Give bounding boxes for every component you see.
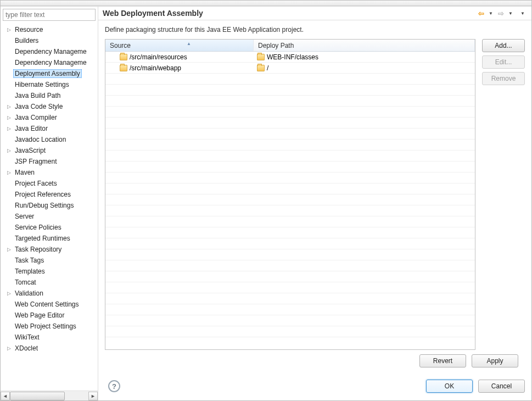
table-row[interactable]: /src/main/webapp/ <box>105 63 475 74</box>
sidebar-horizontal-scrollbar[interactable]: ◄ ► <box>1 391 98 400</box>
cancel-button[interactable]: Cancel <box>478 380 525 393</box>
page-description: Define packaging structure for this Java… <box>105 26 525 34</box>
sidebar-item[interactable]: Task Tags <box>3 255 98 266</box>
sidebar-item[interactable]: Web Content Settings <box>3 299 98 310</box>
column-deploy[interactable]: Deploy Path <box>254 40 475 51</box>
table-row[interactable]: /src/main/resourcesWEB-INF/classes <box>105 52 475 63</box>
sidebar-item[interactable]: ▷JavaScript <box>3 145 98 156</box>
sidebar-item[interactable]: JSP Fragment <box>3 156 98 167</box>
table-row-empty[interactable] <box>105 151 475 161</box>
chevron-right-icon[interactable]: ▷ <box>5 344 13 352</box>
sidebar-item[interactable]: Tomcat <box>3 277 98 288</box>
sidebar-item-label: Targeted Runtimes <box>13 234 72 243</box>
table-row-empty[interactable] <box>105 205 475 216</box>
table-row-empty[interactable] <box>105 216 475 227</box>
chevron-right-icon[interactable]: ▷ <box>5 246 13 253</box>
column-source[interactable]: Source ▲ <box>105 40 254 51</box>
sidebar-item[interactable]: Web Project Settings <box>3 321 98 332</box>
table-row-empty[interactable] <box>105 315 475 326</box>
sidebar-item[interactable]: Dependency Manageme <box>3 57 98 68</box>
table-row-empty[interactable] <box>105 96 475 107</box>
chevron-right-icon[interactable]: ▷ <box>5 289 13 297</box>
sidebar-item[interactable]: Run/Debug Settings <box>3 200 98 211</box>
table-row-empty[interactable] <box>105 172 475 183</box>
scroll-track[interactable] <box>10 392 88 400</box>
folder-icon <box>120 54 127 60</box>
table-header: Source ▲ Deploy Path <box>105 40 475 52</box>
table-row-empty[interactable] <box>105 260 475 271</box>
back-arrow-icon[interactable]: ⇦ <box>477 9 485 18</box>
table-row-empty[interactable] <box>105 227 475 238</box>
back-dropdown-icon[interactable]: ▼ <box>486 9 495 18</box>
sidebar-item[interactable]: WikiText <box>3 332 98 343</box>
sidebar-item[interactable]: Builders <box>3 35 98 46</box>
forward-dropdown-icon[interactable]: ▼ <box>506 9 515 18</box>
sidebar-item[interactable]: ▷Resource <box>3 24 98 35</box>
sidebar-item-label: XDoclet <box>13 344 40 353</box>
sidebar-item[interactable]: Javadoc Location <box>3 134 98 145</box>
chevron-right-icon[interactable]: ▷ <box>5 147 13 154</box>
sidebar-item-label: Run/Debug Settings <box>13 201 75 210</box>
ok-cancel-group: OK Cancel <box>426 380 525 393</box>
sidebar-item[interactable]: ▷XDoclet <box>3 343 98 354</box>
table-row-empty[interactable] <box>105 326 475 337</box>
scroll-thumb[interactable] <box>10 392 65 400</box>
table-row-empty[interactable] <box>105 249 475 260</box>
chevron-right-icon[interactable]: ▷ <box>5 125 13 132</box>
chevron-right-icon[interactable]: ▷ <box>5 169 13 176</box>
sidebar-item[interactable]: ▷Validation <box>3 288 98 299</box>
sidebar-item[interactable]: ▷Java Code Style <box>3 101 98 112</box>
sidebar-item[interactable]: Templates <box>3 266 98 277</box>
sidebar-item[interactable]: ▷Maven <box>3 167 98 178</box>
revert-button[interactable]: Revert <box>419 354 466 367</box>
sidebar-item[interactable]: Project References <box>3 189 98 200</box>
table-row-empty[interactable] <box>105 107 475 118</box>
sidebar-item[interactable]: ▷Task Repository <box>3 244 98 255</box>
filter-input[interactable] <box>3 9 96 21</box>
table-row-empty[interactable] <box>105 140 475 151</box>
help-icon[interactable]: ? <box>108 380 120 392</box>
sidebar-item[interactable]: Project Facets <box>3 178 98 189</box>
chevron-right-icon[interactable]: ▷ <box>5 114 13 121</box>
menu-dropdown-icon[interactable]: ▼ <box>518 9 527 18</box>
table-row-empty[interactable] <box>105 293 475 304</box>
revert-apply-row: Revert Apply <box>105 350 525 370</box>
table-row-empty[interactable] <box>105 74 475 85</box>
sidebar-item[interactable]: Web Page Editor <box>3 310 98 321</box>
content-header: Web Deployment Assembly ⇦ ▼ ⇨ ▼ ▼ <box>98 7 531 20</box>
forward-arrow-icon[interactable]: ⇨ <box>496 9 505 18</box>
table-row-empty[interactable] <box>105 183 475 194</box>
sidebar-item-label: Javadoc Location <box>13 135 68 144</box>
cell-source-text: /src/main/webapp <box>130 64 181 72</box>
scroll-left-arrow-icon[interactable]: ◄ <box>1 392 10 400</box>
table-row-empty[interactable] <box>105 161 475 172</box>
sidebar-item[interactable]: Server <box>3 211 98 222</box>
sidebar-item-label: Dependency Manageme <box>13 47 88 56</box>
sidebar-tree: ▷ResourceBuildersDependency ManagemeDepe… <box>1 23 98 391</box>
sidebar-item[interactable]: Targeted Runtimes <box>3 233 98 244</box>
sidebar-item[interactable]: Dependency Manageme <box>3 46 98 57</box>
column-deploy-label: Deploy Path <box>258 42 294 49</box>
table-row-empty[interactable] <box>105 271 475 282</box>
sort-ascending-icon: ▲ <box>187 41 191 46</box>
table-row-empty[interactable] <box>105 238 475 249</box>
table-row-empty[interactable] <box>105 85 475 96</box>
scroll-right-arrow-icon[interactable]: ► <box>88 392 98 400</box>
table-row-empty[interactable] <box>105 129 475 140</box>
sidebar-item[interactable]: Hibernate Settings <box>3 79 98 90</box>
sidebar-item[interactable]: Deployment Assembly <box>3 68 98 79</box>
table-row-empty[interactable] <box>105 282 475 293</box>
add-button[interactable]: Add... <box>482 39 525 52</box>
sidebar-item[interactable]: Service Policies <box>3 222 98 233</box>
chevron-right-icon[interactable]: ▷ <box>5 26 13 34</box>
table-row-empty[interactable] <box>105 118 475 129</box>
sidebar-item[interactable]: ▷Java Editor <box>3 123 98 134</box>
chevron-right-icon[interactable]: ▷ <box>5 103 13 110</box>
sidebar-item[interactable]: ▷Java Compiler <box>3 112 98 123</box>
table-row-empty[interactable] <box>105 194 475 205</box>
ok-button[interactable]: OK <box>426 380 473 393</box>
assembly-table[interactable]: Source ▲ Deploy Path /src/main/resources… <box>105 39 475 350</box>
sidebar-item[interactable]: Java Build Path <box>3 90 98 101</box>
table-row-empty[interactable] <box>105 304 475 315</box>
apply-button[interactable]: Apply <box>472 354 518 367</box>
